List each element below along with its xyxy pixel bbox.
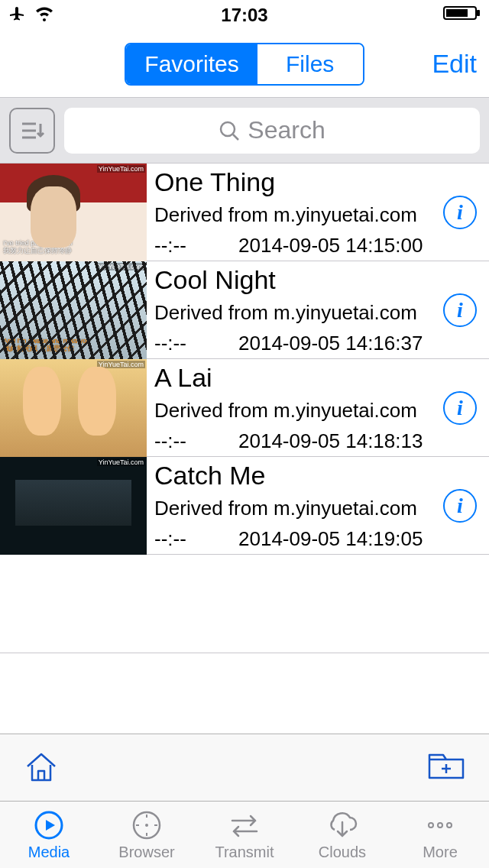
tab-files[interactable]: Files	[257, 44, 363, 84]
svg-point-12	[145, 824, 148, 827]
list-item[interactable]: YinYueTai.comI've tried playing it cool我…	[0, 164, 489, 261]
tab-transmit[interactable]: Transmit	[196, 802, 293, 868]
item-source: Derived from m.yinyuetai.com	[154, 302, 436, 324]
info-icon: i	[443, 391, 477, 425]
tab-browser[interactable]: Browser	[98, 802, 196, 868]
item-meta: --:-- 2014-09-05 14:15:00	[154, 234, 436, 261]
edit-button[interactable]: Edit	[432, 49, 477, 79]
svg-rect-1	[477, 10, 480, 16]
list-item[interactable]: YinYueTai.com A Lai Derived from m.yinyu…	[0, 359, 489, 457]
item-meta: --:-- 2014-09-05 14:16:37	[154, 332, 436, 358]
row-body: One Thing Derived from m.yinyuetai.com -…	[147, 164, 489, 261]
item-source: Derived from m.yinyuetai.com	[154, 204, 436, 226]
media-list: YinYueTai.comI've tried playing it cool我…	[0, 164, 489, 653]
item-date: 2014-09-05 14:19:05	[238, 527, 423, 551]
status-right	[443, 5, 481, 26]
thumbnail: YinYueTai.com	[0, 359, 147, 457]
list-item[interactable]: YinYueTai.comAnd I'm awake and miss you我…	[0, 261, 489, 359]
search-input[interactable]: Search	[64, 108, 480, 154]
info-icon: i	[443, 489, 477, 523]
svg-point-14	[438, 823, 442, 828]
info-button[interactable]: i	[443, 489, 477, 523]
transfer-icon	[228, 808, 261, 842]
svg-point-15	[447, 823, 452, 828]
thumbnail: YinYueTai.comI've tried playing it cool我…	[0, 164, 147, 261]
svg-rect-2	[446, 9, 468, 17]
tab-label: Media	[28, 844, 70, 861]
info-button[interactable]: i	[443, 293, 477, 327]
tab-more[interactable]: More	[391, 802, 489, 868]
thumbnail: YinYueTai.comAnd I'm awake and miss you我…	[0, 261, 147, 359]
tab-bar: Media Browser Transmit Clouds More	[0, 801, 489, 868]
info-icon: i	[443, 293, 477, 327]
item-duration: --:--	[154, 429, 238, 453]
tab-label: More	[423, 844, 458, 861]
tab-label: Clouds	[319, 844, 366, 861]
more-icon	[423, 808, 457, 842]
tab-media[interactable]: Media	[0, 802, 98, 868]
item-date: 2014-09-05 14:18:13	[238, 429, 423, 453]
svg-line-7	[233, 134, 238, 140]
search-icon	[219, 120, 240, 141]
item-date: 2014-09-05 14:16:37	[238, 332, 423, 355]
list-divider	[0, 653, 489, 653]
item-date: 2014-09-05 14:15:00	[238, 234, 423, 257]
tab-clouds[interactable]: Clouds	[293, 802, 391, 868]
item-duration: --:--	[154, 234, 238, 257]
segmented-control: Favorites Files	[125, 43, 364, 86]
item-source: Derived from m.yinyuetai.com	[154, 400, 436, 422]
sort-button[interactable]	[9, 108, 55, 154]
list-item[interactable]: YinYueTai.com Catch Me Derived from m.yi…	[0, 457, 489, 555]
search-placeholder: Search	[248, 116, 325, 144]
status-bar: 17:03	[0, 0, 489, 31]
item-title: One Thing	[154, 168, 436, 196]
item-title: A Lai	[154, 364, 436, 392]
nav-bar: Favorites Files Edit	[0, 31, 489, 98]
info-icon: i	[443, 196, 477, 229]
sort-icon	[18, 116, 47, 145]
folder-plus-icon	[426, 750, 466, 782]
item-meta: --:-- 2014-09-05 14:19:05	[154, 527, 436, 554]
battery-icon	[443, 5, 481, 26]
svg-point-13	[429, 823, 433, 828]
item-duration: --:--	[154, 527, 238, 551]
airplane-icon	[8, 4, 26, 27]
row-body: Cool Night Derived from m.yinyuetai.com …	[147, 261, 489, 358]
svg-point-6	[221, 122, 235, 136]
compass-icon	[131, 808, 162, 842]
tab-favorites[interactable]: Favorites	[126, 44, 257, 84]
play-icon	[34, 808, 64, 842]
item-title: Catch Me	[154, 462, 436, 490]
thumbnail: YinYueTai.com	[0, 457, 147, 555]
row-body: Catch Me Derived from m.yinyuetai.com --…	[147, 457, 489, 554]
tab-label: Transmit	[215, 844, 274, 861]
item-meta: --:-- 2014-09-05 14:18:13	[154, 429, 436, 456]
wifi-icon	[34, 5, 55, 26]
status-time: 17:03	[221, 5, 267, 26]
add-folder-button[interactable]	[426, 750, 466, 785]
cloud-download-icon	[325, 808, 359, 842]
info-button[interactable]: i	[443, 391, 477, 425]
row-body: A Lai Derived from m.yinyuetai.com --:--…	[147, 359, 489, 456]
status-left	[8, 4, 55, 27]
toolbar	[0, 734, 489, 801]
item-source: Derived from m.yinyuetai.com	[154, 497, 436, 520]
tab-label: Browser	[118, 844, 174, 861]
home-icon	[23, 750, 60, 783]
item-title: Cool Night	[154, 266, 436, 294]
home-button[interactable]	[23, 750, 60, 786]
search-row: Search	[0, 98, 489, 164]
item-duration: --:--	[154, 332, 238, 355]
info-button[interactable]: i	[443, 196, 477, 229]
